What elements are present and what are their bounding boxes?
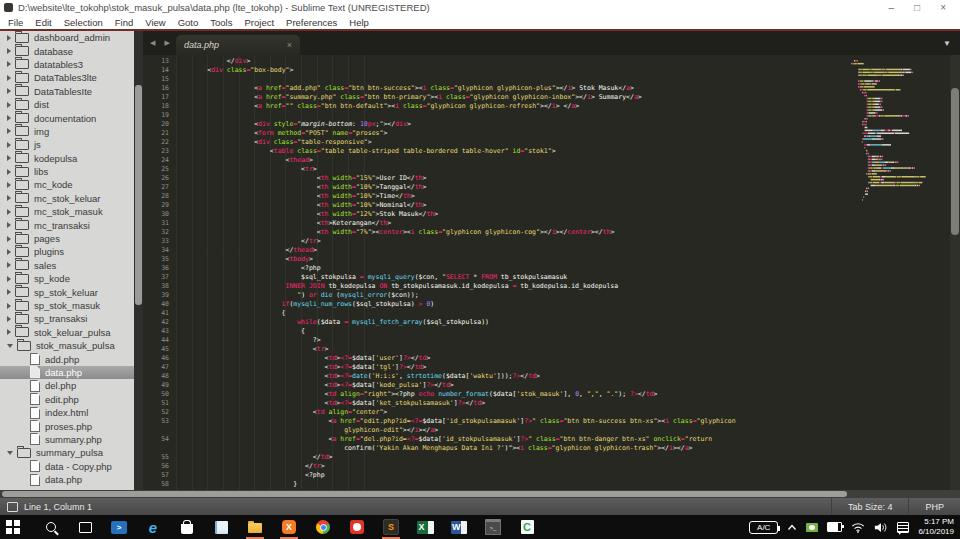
chevron-right-icon[interactable] — [7, 115, 11, 121]
sidebar-folder-plugins[interactable]: plugins — [0, 245, 143, 258]
store-icon[interactable] — [170, 515, 204, 539]
wifi-icon[interactable] — [851, 522, 865, 533]
sidebar-folder-datatables3[interactable]: datatables3 — [0, 58, 143, 71]
chevron-right-icon[interactable] — [7, 75, 11, 81]
word-icon[interactable]: W — [442, 515, 476, 539]
menu-item-view[interactable]: View — [139, 17, 171, 28]
chevron-right-icon[interactable] — [7, 48, 11, 54]
sidebar-folder-sp-stok-masuk[interactable]: sp_stok_masuk — [0, 299, 143, 312]
sidebar-folder-datatables3lte[interactable]: DataTables3lte — [0, 71, 143, 84]
menu-item-edit[interactable]: Edit — [29, 17, 57, 28]
search-icon[interactable] — [34, 515, 68, 539]
menu-item-selection[interactable]: Selection — [58, 17, 109, 28]
sidebar-folder-documentation[interactable]: documentation — [0, 111, 143, 124]
minimize-button[interactable]: – — [889, 3, 895, 13]
excel-icon[interactable]: X — [408, 515, 442, 539]
sidebar-folder-img[interactable]: img — [0, 125, 143, 138]
chevron-down-icon[interactable] — [7, 451, 13, 455]
menu-item-goto[interactable]: Goto — [172, 17, 205, 28]
sidebar-folder-mc-kode[interactable]: mc_kode — [0, 178, 143, 191]
tab-close-icon[interactable]: × — [287, 40, 292, 50]
chevron-right-icon[interactable] — [7, 303, 11, 309]
chevron-right-icon[interactable] — [7, 142, 11, 148]
sidebar-folder-dashboard-admin[interactable]: dashboard_admin — [0, 31, 143, 44]
minimap[interactable] — [844, 55, 948, 490]
tab-size-indicator[interactable]: Tab Size: 4 — [831, 498, 909, 515]
chevron-right-icon[interactable] — [7, 88, 11, 94]
chevron-right-icon[interactable] — [7, 209, 11, 215]
sidebar-file-del-php[interactable]: del.php — [0, 379, 143, 392]
sidebar-folder-sp-transaksi[interactable]: sp_transaksi — [0, 312, 143, 325]
menu-item-help[interactable]: Help — [343, 17, 375, 28]
red-media-app-icon[interactable] — [340, 515, 374, 539]
chevron-right-icon[interactable] — [7, 262, 11, 268]
taskbar-clock[interactable]: 5:17 PM 6/10/2019 — [918, 517, 954, 537]
sidebar-file-data-php[interactable]: data.php — [0, 366, 143, 379]
editor-viewport[interactable]: 13</div>14<div class="box-body">1516<a h… — [143, 55, 960, 490]
menu-item-find[interactable]: Find — [109, 17, 139, 28]
horizontal-scrollbar-thumb[interactable] — [2, 491, 847, 497]
chevron-right-icon[interactable] — [7, 102, 11, 108]
menu-item-project[interactable]: Project — [238, 17, 280, 28]
chevron-right-icon[interactable] — [7, 222, 11, 228]
chevron-right-icon[interactable] — [7, 61, 11, 67]
sidebar-folder-dist[interactable]: dist — [0, 98, 143, 111]
chevron-right-icon[interactable] — [7, 195, 11, 201]
nvidia-icon[interactable] — [806, 523, 818, 532]
xampp-icon[interactable]: X — [272, 515, 306, 539]
task-view-icon[interactable] — [68, 515, 102, 539]
sidebar-file-data-php[interactable]: data.php — [0, 473, 143, 486]
sidebar-folder-sp-stok-keluar[interactable]: sp_stok_keluar — [0, 285, 143, 298]
chevron-right-icon[interactable] — [7, 35, 11, 41]
volume-icon[interactable] — [874, 522, 888, 533]
menu-item-file[interactable]: File — [2, 17, 29, 28]
menu-item-preferences[interactable]: Preferences — [280, 17, 343, 28]
editor-scrollbar-thumb[interactable] — [951, 88, 959, 235]
chevron-right-icon[interactable] — [7, 316, 11, 322]
tab-scroll-right-icon[interactable]: ▶ — [164, 39, 169, 47]
chevron-right-icon[interactable] — [7, 236, 11, 242]
action-center-icon[interactable] — [897, 522, 909, 533]
powershell-icon[interactable]: > — [102, 515, 136, 539]
sidebar-file-summary-php[interactable]: summary.php — [0, 433, 143, 446]
sidebar-folder-mc-transaksi[interactable]: mc_transaksi — [0, 218, 143, 231]
chevron-right-icon[interactable] — [7, 128, 11, 134]
chevron-right-icon[interactable] — [7, 155, 11, 161]
sidebar-folder-kodepulsa[interactable]: kodepulsa — [0, 152, 143, 165]
syntax-selector[interactable]: PHP — [908, 498, 960, 515]
chevron-right-icon[interactable] — [7, 249, 11, 255]
cmd-icon[interactable]: >_ — [476, 515, 510, 539]
sidebar-folder-mc-stok-masuk[interactable]: mc_stok_masuk — [0, 205, 143, 218]
chevron-down-icon[interactable] — [7, 344, 13, 348]
chevron-right-icon[interactable] — [7, 276, 11, 282]
sidebar-file-tree[interactable]: dashboard_admindatabasedatatables3DataTa… — [0, 31, 143, 490]
battery-icon[interactable] — [827, 522, 842, 532]
maximize-button[interactable]: □ — [914, 3, 920, 13]
explorer-icon[interactable] — [238, 515, 272, 539]
windows-start-icon[interactable] — [0, 515, 34, 539]
sidebar-file-index-html[interactable]: index.html — [0, 406, 143, 419]
chevron-up-icon[interactable] — [787, 524, 797, 531]
sidebar-folder-datatablesite[interactable]: DataTablesIte — [0, 85, 143, 98]
tab-overflow-icon[interactable]: ▼ — [943, 39, 951, 48]
sidebar-folder-stok-keluar-pulsa[interactable]: stok_keluar_pulsa — [0, 326, 143, 339]
sidebar-folder-js[interactable]: js — [0, 138, 143, 151]
sidebar-file-edit-php[interactable]: edit.php — [0, 393, 143, 406]
sidebar-file-proses-php[interactable]: proses.php — [0, 419, 143, 432]
c-editor-icon[interactable]: C — [510, 515, 544, 539]
sidebar-folder-sales[interactable]: sales — [0, 259, 143, 272]
sidebar-folder-sp-kode[interactable]: sp_kode — [0, 272, 143, 285]
sidebar-folder-libs[interactable]: libs — [0, 165, 143, 178]
sidebar-folder-database[interactable]: database — [0, 44, 143, 57]
chevron-right-icon[interactable] — [7, 329, 11, 335]
close-button[interactable]: × — [940, 3, 946, 13]
menu-item-tools[interactable]: Tools — [204, 17, 238, 28]
notepad-icon[interactable] — [204, 515, 238, 539]
sidebar-file-add-php[interactable]: add.php — [0, 352, 143, 365]
sidebar-folder-pages[interactable]: pages — [0, 232, 143, 245]
sidebar-folder-mc-stok-keluar[interactable]: mc_stok_keluar — [0, 192, 143, 205]
chevron-right-icon[interactable] — [7, 169, 11, 175]
sidebar-file-data-copy-php[interactable]: data - Copy.php — [0, 460, 143, 473]
sidebar-folder-summary-pulsa[interactable]: summary_pulsa — [0, 446, 143, 459]
sidebar-folder-stok-masuk-pulsa[interactable]: stok_masuk_pulsa — [0, 339, 143, 352]
